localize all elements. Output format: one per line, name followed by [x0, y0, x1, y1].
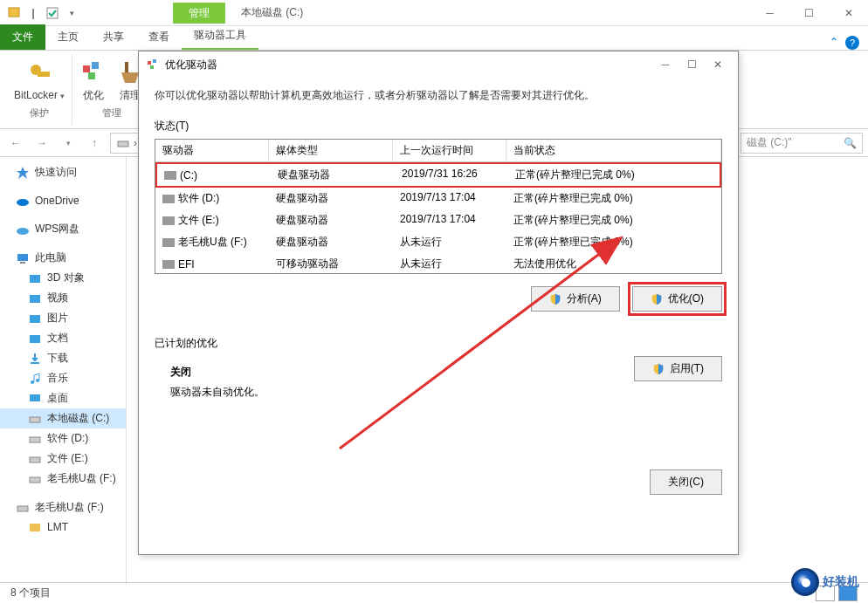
sidebar-item-lmt[interactable]: LMT	[0, 517, 126, 537]
scheduled-status: 关闭	[170, 365, 634, 380]
qat-dropdown-icon[interactable]: ▾	[63, 4, 80, 22]
drive-icon	[162, 238, 175, 247]
sidebar-item-music[interactable]: 音乐	[0, 368, 126, 388]
bitlocker-button[interactable]: BitLocker	[14, 59, 65, 101]
qat-separator: |	[24, 4, 42, 22]
svg-rect-6	[88, 72, 95, 79]
star-icon	[16, 166, 30, 180]
header-status[interactable]: 当前状态	[506, 140, 721, 161]
sidebar-item-pictures[interactable]: 图片	[0, 308, 126, 328]
header-last[interactable]: 上一次运行时间	[393, 140, 506, 161]
item-count: 8 个项目	[10, 586, 51, 600]
sidebar-item-drive-c[interactable]: 本地磁盘 (C:)	[0, 408, 126, 428]
nav-back-icon[interactable]: ←	[5, 133, 26, 154]
ribbon-expand-icon[interactable]: ⌃	[830, 36, 838, 50]
ribbon-group-label: 保护	[30, 106, 49, 120]
sidebar: 快速访问 OneDrive WPS网盘 此电脑 3D 对象 视频 图片 文档 下	[0, 157, 127, 585]
drive-icon	[28, 412, 42, 426]
analyze-button[interactable]: 分析(A)	[531, 286, 620, 312]
sidebar-item-drive-e[interactable]: 文件 (E:)	[0, 449, 126, 469]
table-row[interactable]: 软件 (D:)硬盘驱动器2019/7/13 17:04正常(碎片整理已完成 0%…	[155, 188, 721, 209]
sidebar-item-videos[interactable]: 视频	[0, 288, 126, 308]
scheduled-label: 已计划的优化	[155, 336, 722, 351]
svg-rect-8	[118, 141, 128, 147]
quick-access-toolbar: | ▾	[0, 4, 86, 22]
nav-up-icon[interactable]: ↑	[84, 133, 105, 154]
watermark: 好装机	[791, 568, 859, 596]
tab-view[interactable]: 查看	[136, 24, 182, 50]
dialog-title: 优化驱动器	[165, 58, 217, 72]
table-header: 驱动器 媒体类型 上一次运行时间 当前状态	[155, 140, 721, 162]
svg-marker-9	[17, 167, 29, 179]
table-row[interactable]: 老毛桃U盘 (F:)硬盘驱动器从未运行正常(碎片整理已完成 0%)	[155, 231, 721, 253]
dialog-description: 你可以优化驱动器以帮助计算机更高效地运行，或者分析驱动器以了解是否需要对其进行优…	[155, 88, 722, 103]
close-button[interactable]: ✕	[829, 1, 868, 25]
optimize-button[interactable]: 优化(O)	[632, 286, 722, 312]
dialog-maximize-button[interactable]: ☐	[679, 58, 705, 71]
dialog-minimize-button[interactable]: ─	[652, 58, 679, 71]
qat-checkbox-icon[interactable]	[44, 4, 61, 22]
nav-forward-icon[interactable]: →	[31, 133, 52, 154]
drive-icon	[28, 432, 42, 446]
svg-rect-25	[30, 477, 40, 483]
folder-icon	[28, 312, 42, 325]
tab-home[interactable]: 主页	[45, 24, 91, 50]
contextual-tab-label: 管理	[173, 3, 225, 24]
header-drive[interactable]: 驱动器	[155, 140, 269, 161]
sidebar-item-thispc[interactable]: 此电脑	[0, 248, 126, 268]
cloud-icon	[16, 223, 30, 236]
tab-file[interactable]: 文件	[0, 24, 45, 50]
dialog-close-button[interactable]: ✕	[705, 58, 731, 71]
status-label: 状态(T)	[155, 119, 722, 134]
scheduled-note: 驱动器未自动优化。	[170, 385, 634, 400]
header-media[interactable]: 媒体类型	[269, 140, 393, 161]
drive-table: 驱动器 媒体类型 上一次运行时间 当前状态 (C:)硬盘驱动器2019/7/31…	[155, 139, 722, 274]
svg-rect-24	[30, 457, 40, 463]
close-button[interactable]: 关闭(C)	[650, 469, 722, 495]
svg-rect-23	[30, 437, 40, 442]
svg-rect-14	[30, 275, 40, 283]
shield-icon	[652, 363, 665, 375]
svg-point-20	[36, 379, 39, 382]
svg-point-10	[17, 199, 29, 206]
watermark-icon	[791, 568, 819, 596]
search-icon: 🔍	[844, 137, 857, 149]
table-row[interactable]: EFI可移动驱动器从未运行无法使用优化	[155, 253, 721, 275]
sidebar-item-wps[interactable]: WPS网盘	[0, 219, 126, 239]
help-icon[interactable]: ?	[845, 36, 859, 50]
sidebar-item-3d[interactable]: 3D 对象	[0, 268, 126, 288]
maximize-button[interactable]: ☐	[789, 1, 829, 25]
folder-icon	[28, 271, 42, 285]
svg-rect-12	[17, 254, 28, 261]
titlebar: | ▾ 管理 本地磁盘 (C:) ─ ☐ ✕	[0, 0, 868, 26]
table-row[interactable]: (C:)硬盘驱动器2019/7/31 16:26正常(碎片整理已完成 0%)	[155, 162, 721, 188]
sidebar-item-drive-f[interactable]: 老毛桃U盘 (F:)	[0, 469, 126, 489]
sidebar-item-downloads[interactable]: 下载	[0, 348, 126, 368]
statusbar: 8 个项目	[0, 582, 868, 603]
sidebar-item-drive-d[interactable]: 软件 (D:)	[0, 428, 126, 449]
sidebar-item-drive-f2[interactable]: 老毛桃U盘 (F:)	[0, 497, 126, 517]
sidebar-item-desktop[interactable]: 桌面	[0, 388, 126, 408]
sidebar-item-onedrive[interactable]: OneDrive	[0, 191, 126, 210]
svg-rect-7	[125, 62, 128, 72]
app-icon	[5, 4, 23, 22]
drive-icon	[164, 171, 176, 180]
drive-icon	[162, 195, 175, 203]
svg-point-19	[31, 380, 34, 384]
tab-share[interactable]: 共享	[91, 24, 136, 50]
optimize-button[interactable]: 优化	[79, 58, 107, 103]
sidebar-item-documents[interactable]: 文档	[0, 328, 126, 348]
shield-icon	[651, 293, 663, 305]
dialog-titlebar: 优化驱动器 ─ ☐ ✕	[139, 51, 738, 78]
svg-rect-16	[30, 315, 40, 323]
svg-rect-21	[30, 394, 40, 401]
sidebar-item-quick-access[interactable]: 快速访问	[0, 162, 126, 182]
table-row[interactable]: 文件 (E:)硬盘驱动器2019/7/13 17:04正常(碎片整理已完成 0%…	[155, 209, 721, 231]
svg-rect-4	[83, 65, 90, 72]
minimize-button[interactable]: ─	[750, 1, 789, 25]
search-input[interactable]: 磁盘 (C:)" 🔍	[741, 133, 863, 154]
tab-drive-tools[interactable]: 驱动器工具	[182, 23, 258, 50]
nav-history-icon[interactable]: ▾	[58, 133, 79, 154]
desktop-icon	[28, 392, 42, 406]
enable-button[interactable]: 启用(T)	[634, 356, 722, 381]
